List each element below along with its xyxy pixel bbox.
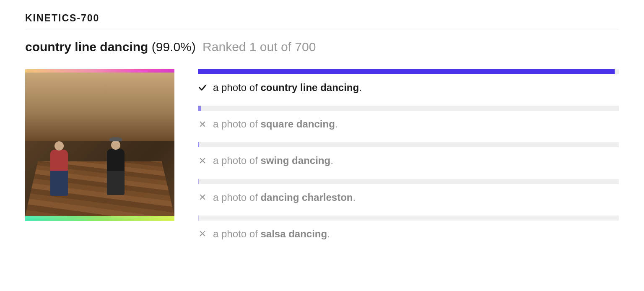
score-bar-fill bbox=[198, 216, 199, 221]
prediction-row: a photo of country line dancing. bbox=[198, 69, 619, 94]
content-row: a photo of country line dancing.a photo … bbox=[25, 69, 619, 252]
prediction-row: a photo of swing dancing. bbox=[198, 142, 619, 167]
prediction-caption: a photo of swing dancing. bbox=[213, 154, 333, 167]
prediction-caption-line: a photo of dancing charleston. bbox=[198, 191, 619, 204]
prediction-caption: a photo of square dancing. bbox=[213, 117, 338, 130]
caption-period: . bbox=[359, 82, 362, 93]
cross-icon bbox=[198, 230, 207, 237]
result-label: country line dancing bbox=[25, 40, 148, 54]
image-column bbox=[25, 69, 174, 221]
prediction-caption: a photo of country line dancing. bbox=[213, 81, 362, 94]
caption-prefix: a photo of bbox=[213, 82, 260, 93]
score-bar-fill bbox=[198, 179, 199, 184]
score-bar-track bbox=[198, 142, 619, 147]
cross-icon bbox=[198, 157, 207, 164]
check-icon bbox=[198, 83, 207, 92]
caption-prefix: a photo of bbox=[213, 155, 260, 166]
score-bar-track bbox=[198, 216, 619, 221]
caption-period: . bbox=[327, 228, 330, 239]
score-bar-fill bbox=[198, 69, 615, 74]
caption-label: swing dancing bbox=[260, 155, 330, 166]
prediction-caption-line: a photo of country line dancing. bbox=[198, 81, 619, 94]
prediction-caption: a photo of dancing charleston. bbox=[213, 191, 356, 204]
prediction-row: a photo of salsa dancing. bbox=[198, 216, 619, 240]
cross-icon bbox=[198, 120, 207, 128]
prediction-caption: a photo of salsa dancing. bbox=[213, 227, 330, 240]
caption-prefix: a photo of bbox=[213, 192, 260, 203]
caption-prefix: a photo of bbox=[213, 118, 260, 130]
caption-period: . bbox=[335, 118, 338, 130]
prediction-caption-line: a photo of swing dancing. bbox=[198, 154, 619, 167]
result-score: (99.0%) bbox=[152, 40, 196, 54]
score-bar-track bbox=[198, 69, 619, 74]
score-bar-fill bbox=[198, 142, 199, 147]
dataset-title: KINETICS-700 bbox=[25, 13, 619, 29]
caption-label: dancing charleston bbox=[260, 192, 353, 203]
caption-prefix: a photo of bbox=[213, 228, 260, 239]
result-header: country line dancing (99.0%) Ranked 1 ou… bbox=[25, 39, 619, 55]
caption-label: salsa dancing bbox=[260, 228, 327, 239]
caption-period: . bbox=[330, 155, 333, 166]
score-bar-fill bbox=[198, 106, 201, 111]
score-bar-track bbox=[198, 106, 619, 111]
score-bar-track bbox=[198, 179, 619, 184]
caption-label: square dancing bbox=[260, 118, 335, 130]
cross-icon bbox=[198, 193, 207, 201]
caption-period: . bbox=[353, 192, 356, 203]
caption-label: country line dancing bbox=[260, 82, 359, 93]
prediction-row: a photo of dancing charleston. bbox=[198, 179, 619, 204]
prediction-caption-line: a photo of salsa dancing. bbox=[198, 227, 619, 240]
prediction-caption-line: a photo of square dancing. bbox=[198, 117, 619, 130]
prediction-row: a photo of square dancing. bbox=[198, 106, 619, 130]
predictions-column: a photo of country line dancing.a photo … bbox=[198, 69, 619, 252]
sample-image bbox=[25, 69, 174, 221]
result-rank: Ranked 1 out of 700 bbox=[203, 40, 316, 54]
